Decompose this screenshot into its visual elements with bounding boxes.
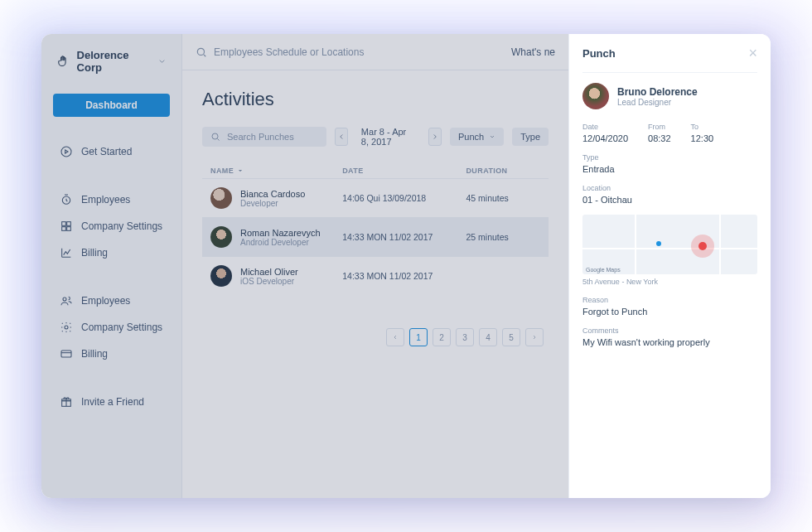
table-row[interactable]: Roman Nazarevych Android Developer 14:33…	[202, 217, 549, 256]
row-name: Michael Oliver	[240, 267, 298, 277]
main: Employees Schedule or Locations What's n…	[182, 34, 568, 498]
filter-type-dropdown[interactable]: Type	[512, 128, 549, 146]
row-role: Android Developer	[240, 238, 321, 247]
placeholder: Search Punches	[227, 132, 294, 142]
row-date: 14:06 Qui 13/09/2018	[342, 193, 466, 203]
type-label: Type	[582, 153, 757, 162]
panel-user: Bruno Delorence Lead Designer	[582, 83, 757, 109]
brand[interactable]: Delorence Corp	[41, 49, 181, 87]
panel-title: Punch	[582, 47, 616, 60]
svg-point-6	[63, 297, 66, 301]
table-header: NAME DATE DURATION	[202, 163, 549, 178]
filters-bar: Search Punches Mar 8 - Apr 8, 2017 Punch…	[202, 127, 549, 147]
reason-value: Forgot to Punch	[582, 307, 757, 317]
location-value: 01 - Oitchau	[582, 195, 757, 205]
page-4[interactable]: 4	[479, 328, 497, 346]
sidebar-item-label: Billing	[81, 247, 108, 259]
date-range[interactable]: Mar 8 - Apr 8, 2017	[356, 127, 420, 147]
svg-rect-4	[62, 227, 66, 231]
date-label: Date	[582, 123, 628, 131]
from-label: From	[648, 123, 671, 131]
pagination: 1 2 3 4 5	[202, 328, 549, 346]
user-name: Bruno Delorence	[617, 86, 698, 98]
map-point-icon	[656, 241, 661, 246]
dashboard-button[interactable]: Dashboard	[53, 94, 170, 117]
sidebar-item-get-started[interactable]: Get Started	[41, 138, 181, 165]
svg-point-11	[212, 133, 218, 139]
filter-punch-dropdown[interactable]: Punch	[450, 128, 504, 146]
svg-point-7	[65, 326, 68, 329]
detail-panel: Punch × Bruno Delorence Lead Designer Da…	[568, 34, 771, 498]
sidebar-item-label: Invite a Friend	[81, 396, 144, 408]
play-circle-icon	[60, 145, 73, 158]
search-punches-input[interactable]: Search Punches	[202, 127, 326, 147]
comments-value: My Wifi wasn't working properly	[582, 337, 757, 347]
gear-icon	[60, 321, 73, 334]
sidebar-item-label: Company Settings	[81, 322, 162, 333]
chevron-left-icon	[337, 133, 346, 141]
header-date[interactable]: DATE	[342, 167, 466, 175]
page-2[interactable]: 2	[433, 328, 451, 346]
chart-icon	[60, 246, 73, 259]
page-next-button[interactable]	[525, 328, 544, 346]
search-placeholder: Employees Schedule or Locations	[214, 46, 364, 58]
header-name[interactable]: NAME	[210, 167, 342, 175]
from-value: 08:32	[648, 133, 671, 143]
svg-point-0	[61, 147, 71, 157]
page-5[interactable]: 5	[502, 328, 520, 346]
sidebar-item-label: Company Settings	[81, 220, 162, 232]
row-duration: 25 minutes	[466, 232, 540, 242]
avatar	[210, 226, 232, 248]
page-3[interactable]: 3	[456, 328, 474, 346]
sidebar-item-billing-2[interactable]: Billing	[41, 341, 181, 367]
row-name: Bianca Cardoso	[240, 189, 305, 199]
clock-icon	[60, 193, 73, 206]
sidebar-item-label: Employees	[81, 295, 130, 307]
sidebar-item-billing[interactable]: Billing	[41, 239, 181, 266]
svg-rect-3	[67, 222, 71, 226]
users-icon	[60, 294, 73, 307]
topbar: Employees Schedule or Locations What's n…	[182, 34, 568, 70]
reason-label: Reason	[582, 296, 757, 304]
brand-name: Delorence Corp	[77, 49, 151, 74]
global-search[interactable]: Employees Schedule or Locations	[196, 46, 503, 58]
row-role: iOS Developer	[240, 277, 298, 286]
sidebar-item-label: Employees	[81, 194, 130, 206]
sidebar-item-invite[interactable]: Invite a Friend	[41, 389, 181, 415]
chevron-down-icon	[157, 56, 167, 66]
sidebar: Delorence Corp Dashboard Get Started Emp…	[41, 34, 182, 498]
svg-rect-2	[62, 222, 66, 226]
close-icon[interactable]: ×	[748, 46, 757, 60]
card-icon	[60, 347, 73, 360]
sidebar-item-company-settings[interactable]: Company Settings	[41, 213, 181, 239]
table-row[interactable]: Michael Oliver iOS Developer 14:33 MON 1…	[202, 256, 549, 295]
location-map[interactable]: Google Maps	[582, 215, 757, 274]
to-label: To	[691, 123, 714, 131]
sort-icon	[237, 167, 244, 174]
sidebar-item-company-settings-2[interactable]: Company Settings	[41, 314, 181, 341]
sidebar-item-employees[interactable]: Employees	[41, 186, 181, 213]
date-value: 12/04/2020	[582, 133, 628, 143]
user-role: Lead Designer	[617, 98, 698, 107]
date-next-button[interactable]	[428, 128, 442, 146]
gift-icon	[60, 395, 73, 409]
header-duration[interactable]: DURATION	[466, 167, 540, 175]
chevron-down-icon	[489, 133, 495, 140]
sidebar-item-employees-2[interactable]: Employees	[41, 288, 181, 314]
chevron-left-icon	[392, 334, 399, 341]
avatar	[582, 83, 609, 109]
page-prev-button[interactable]	[386, 328, 404, 346]
table-row[interactable]: Bianca Cardoso Developer 14:06 Qui 13/09…	[202, 178, 549, 217]
row-duration: 45 minutes	[466, 193, 540, 203]
sidebar-item-label: Billing	[81, 348, 108, 360]
whats-new-link[interactable]: What's ne	[511, 46, 555, 58]
map-pin-icon	[691, 235, 714, 258]
svg-rect-5	[67, 227, 71, 231]
page-1[interactable]: 1	[409, 328, 428, 346]
date-prev-button[interactable]	[335, 128, 348, 146]
svg-rect-8	[61, 351, 71, 357]
avatar	[210, 265, 232, 287]
hand-icon	[56, 54, 70, 69]
map-attribution: Google Maps	[586, 267, 621, 273]
location-label: Location	[582, 184, 757, 192]
